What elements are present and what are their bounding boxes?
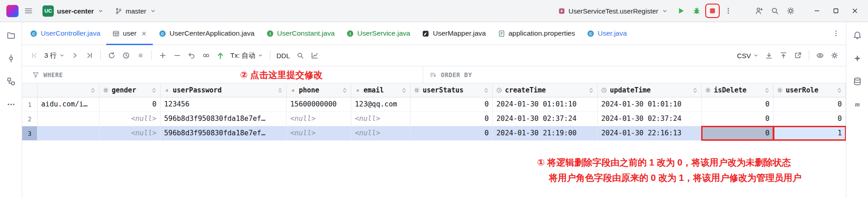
refresh-button[interactable] xyxy=(105,49,118,62)
table-cell-userPassword-r2[interactable]: 596b8d3f950830fda18e7ef… xyxy=(160,112,287,126)
sort-toggle-icon[interactable] xyxy=(483,87,489,93)
submit-changes-button[interactable] xyxy=(214,48,227,63)
table-cell-updateTime-r1[interactable]: 2024-01-30 01:01:10 xyxy=(598,97,702,111)
table-cell-email-r3[interactable]: <null> xyxy=(351,126,410,140)
sort-toggle-icon[interactable] xyxy=(588,87,594,93)
revert-changes-button[interactable] xyxy=(185,49,198,62)
row-number[interactable]: 3 xyxy=(22,126,38,140)
tx-mode-dropdown[interactable]: Tx: 自动 xyxy=(228,49,266,62)
maven-tool-button[interactable]: m xyxy=(849,97,865,112)
table-cell-userRole-r1[interactable]: 0 xyxy=(774,97,846,111)
column-header-userRole[interactable]: userRole xyxy=(774,83,846,97)
add-row-button[interactable] xyxy=(156,49,170,62)
stop-button[interactable] xyxy=(705,4,720,18)
table-cell-updateTime-r2[interactable]: 2024-01-30 02:37:24 xyxy=(598,112,702,126)
table-cell-col0-r3[interactable] xyxy=(38,126,99,140)
table-cell-userPassword-r1[interactable]: 123456 xyxy=(160,97,287,111)
debug-button[interactable] xyxy=(689,4,704,18)
branch-widget[interactable]: master xyxy=(111,3,160,18)
column-header-updateTime[interactable]: updateTime xyxy=(598,83,702,97)
maximize-button[interactable] xyxy=(826,2,845,20)
delete-row-button[interactable] xyxy=(170,49,184,62)
row-number[interactable]: 1 xyxy=(22,97,38,111)
table-cell-updateTime-r3[interactable]: 2024-01-30 22:16:13 xyxy=(598,126,702,140)
tab-user-java[interactable]: CUser.java xyxy=(581,22,633,45)
search-everywhere-button[interactable] xyxy=(768,4,782,18)
more-tool-windows-button[interactable] xyxy=(3,97,19,112)
last-page-button[interactable] xyxy=(83,49,96,62)
order-by-input[interactable]: ORDER BY xyxy=(423,66,846,83)
table-corner-cell[interactable] xyxy=(22,83,38,97)
sort-toggle-icon[interactable] xyxy=(151,87,157,93)
column-header-email[interactable]: aemail xyxy=(351,83,410,97)
export-data-button[interactable] xyxy=(777,49,790,62)
table-cell-email-r1[interactable]: 123@qq.com xyxy=(351,97,410,111)
chart-button[interactable] xyxy=(308,49,321,62)
run-button[interactable] xyxy=(674,4,688,18)
auto-refresh-button[interactable] xyxy=(119,49,133,62)
table-cell-phone-r1[interactable]: 15600000000 xyxy=(287,97,351,111)
table-cell-isDelete-r1[interactable]: 0 xyxy=(702,97,774,111)
sort-toggle-icon[interactable] xyxy=(401,87,407,93)
close-button[interactable] xyxy=(845,2,864,20)
preview-changes-button[interactable] xyxy=(199,49,213,62)
tab-userservice-java[interactable]: IUserService.java xyxy=(340,22,416,45)
column-header-col0[interactable] xyxy=(38,83,99,97)
table-cell-userStatus-r1[interactable]: 0 xyxy=(410,97,493,111)
row-number[interactable]: 2 xyxy=(22,112,38,126)
tab-user[interactable]: user xyxy=(106,22,153,45)
find-in-grid-button[interactable] xyxy=(293,49,307,62)
table-cell-gender-r3[interactable]: <null> xyxy=(99,126,160,140)
table-cell-gender-r2[interactable]: <null> xyxy=(99,112,160,126)
commit-tool-button[interactable] xyxy=(3,51,19,66)
database-tool-button[interactable] xyxy=(849,74,865,89)
where-clause-input[interactable]: WHERE xyxy=(22,66,423,83)
sort-toggle-icon[interactable] xyxy=(836,87,842,93)
code-with-me-button[interactable] xyxy=(752,4,766,18)
tab-options-button[interactable] xyxy=(829,26,843,41)
table-cell-isDelete-r3[interactable]: 0 xyxy=(702,126,774,140)
sort-toggle-icon[interactable] xyxy=(90,87,96,93)
table-cell-userRole-r2[interactable]: 0 xyxy=(774,112,846,126)
stop-query-button[interactable] xyxy=(134,49,147,62)
column-header-createTime[interactable]: createTime xyxy=(493,83,598,97)
structure-tool-button[interactable] xyxy=(3,74,19,89)
project-widget[interactable]: UC user-center xyxy=(38,3,108,18)
table-cell-createTime-r2[interactable]: 2024-01-30 02:37:24 xyxy=(493,112,598,126)
table-cell-phone-r2[interactable]: <null> xyxy=(287,112,351,126)
column-header-gender[interactable]: gender xyxy=(99,83,160,97)
import-data-button[interactable] xyxy=(762,49,776,62)
table-cell-col0-r1[interactable]: aidu.com/i… xyxy=(38,97,99,111)
table-cell-isDelete-r2[interactable]: 0 xyxy=(702,112,774,126)
table-cell-createTime-r3[interactable]: 2024-01-30 21:19:00 xyxy=(493,126,598,140)
tab-usermapper-java[interactable]: UserMapper.java xyxy=(416,22,491,45)
more-actions-button[interactable] xyxy=(721,4,736,18)
project-tool-button[interactable] xyxy=(3,28,19,43)
sort-toggle-icon[interactable] xyxy=(342,87,348,93)
table-cell-userRole-r3[interactable]: 1 xyxy=(774,126,846,140)
tab-usercontroller-java[interactable]: CUserController.java xyxy=(24,22,106,45)
sort-toggle-icon[interactable] xyxy=(692,87,698,93)
open-in-new-button[interactable] xyxy=(791,49,805,62)
ai-assistant-button[interactable] xyxy=(849,51,865,66)
table-cell-createTime-r1[interactable]: 2024-01-30 01:01:10 xyxy=(493,97,598,111)
close-tab-icon[interactable] xyxy=(141,31,147,37)
table-cell-gender-r1[interactable]: 0 xyxy=(99,97,160,111)
next-page-button[interactable] xyxy=(68,49,82,62)
column-header-isDelete[interactable]: isDelete xyxy=(702,83,774,97)
grid-settings-button[interactable] xyxy=(828,49,841,62)
table-cell-email-r2[interactable]: <null> xyxy=(351,112,410,126)
column-header-phone[interactable]: aphone xyxy=(287,83,351,97)
sort-toggle-icon[interactable] xyxy=(764,87,770,93)
notifications-button[interactable] xyxy=(849,28,865,43)
table-cell-phone-r3[interactable]: <null> xyxy=(287,126,351,140)
settings-button[interactable] xyxy=(783,4,798,18)
table-cell-userPassword-r3[interactable]: 596b8d3f950830fda18e7ef… xyxy=(160,126,287,140)
export-format-dropdown[interactable]: CSV xyxy=(735,49,761,62)
tab-userconstant-java[interactable]: IUserConstant.java xyxy=(260,22,341,45)
table-cell-userStatus-r3[interactable]: 0 xyxy=(410,126,493,140)
tab-application-properties[interactable]: application.properties xyxy=(492,22,581,45)
tab-usercenterapplication-java[interactable]: CUserCenterApplication.java xyxy=(153,22,260,45)
sort-toggle-icon[interactable] xyxy=(277,87,283,93)
run-config-widget[interactable]: UserServiceTest.userRegister xyxy=(554,3,672,18)
